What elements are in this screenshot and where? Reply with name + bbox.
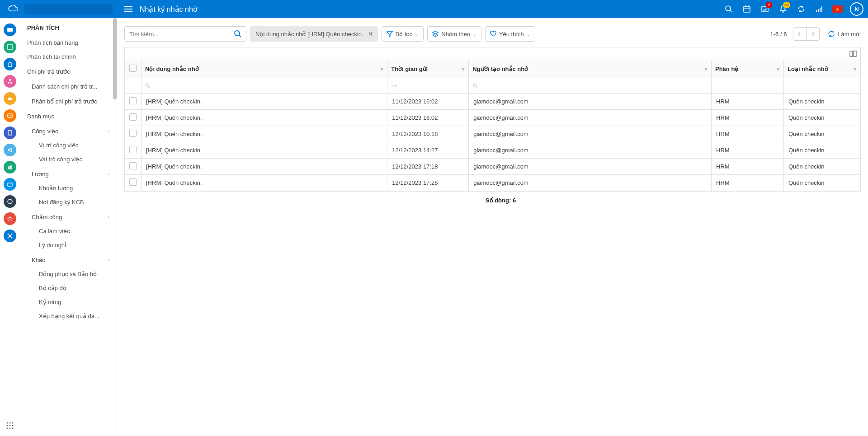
prev-page-button[interactable]	[793, 27, 807, 41]
rail-icon-7[interactable]	[4, 144, 16, 156]
col-header-type[interactable]: Loại nhắc nhở▼	[784, 60, 861, 78]
rail-icon-1[interactable]	[4, 41, 16, 53]
rail-icon-3[interactable]	[4, 75, 16, 88]
filter-cell-type[interactable]	[784, 78, 861, 94]
sidebar-item-6[interactable]: Công việc‹	[20, 123, 117, 138]
select-all-checkbox[interactable]	[129, 65, 137, 72]
remove-filter-button[interactable]: ✕	[367, 29, 374, 38]
sidebar-item-2[interactable]: Chi phí trả trước	[20, 64, 117, 79]
search-button[interactable]	[721, 1, 737, 17]
table-row[interactable]: [HRM] Quên checkin.12/12/2023 10:18giamd…	[125, 126, 861, 142]
table-footer: Số dòng: 6	[124, 192, 861, 210]
svg-point-8	[8, 82, 9, 84]
rail-icon-8[interactable]	[4, 161, 16, 173]
refresh-label: Làm mới	[838, 31, 861, 38]
data-table: Nội dung nhắc nhở▼ Thời gian gửi▼ Người …	[124, 60, 861, 191]
row-checkbox[interactable]	[129, 130, 137, 137]
logo[interactable]	[5, 5, 23, 13]
rail-icon-12[interactable]	[4, 230, 16, 242]
filter-cell-creator[interactable]	[469, 78, 712, 94]
sidebar-item-14[interactable]: Lý do nghỉ	[20, 238, 117, 252]
sidebar-item-15[interactable]: Khác‹	[20, 252, 117, 267]
apps-grid-button[interactable]	[6, 422, 14, 436]
rail-icon-2[interactable]	[4, 58, 16, 70]
table-row[interactable]: [HRM] Quên checkin.11/12/2023 16:02giamd…	[125, 94, 861, 110]
group-label: Nhóm theo	[441, 31, 470, 38]
row-checkbox[interactable]	[129, 178, 137, 186]
row-checkbox[interactable]	[129, 113, 137, 121]
sidebar-item-8[interactable]: Vai trò công việc	[20, 152, 117, 166]
sidebar-item-1[interactable]: Phân tích tài chính	[20, 50, 117, 64]
sidebar-item-3[interactable]: Danh sách chi phí trả tr...	[20, 79, 117, 94]
search-input[interactable]	[125, 31, 230, 38]
menu-toggle-button[interactable]	[122, 3, 135, 15]
row-checkbox[interactable]	[129, 162, 137, 169]
group-dropdown[interactable]: Nhóm theo ⌄	[427, 26, 481, 42]
signal-button[interactable]	[811, 1, 827, 17]
col-header-module[interactable]: Phân hệ▼	[712, 60, 784, 78]
filter-cell-module[interactable]	[712, 78, 784, 94]
cell-module: HRM	[712, 94, 784, 110]
rail-icon-6[interactable]	[4, 127, 16, 139]
sidebar-scrollbar[interactable]	[113, 18, 117, 436]
calendar-icon	[743, 5, 751, 13]
sidebar-item-7[interactable]: Vị trí công việc	[20, 138, 117, 152]
table-row[interactable]: [HRM] Quên checkin.12/12/2023 17:28giamd…	[125, 175, 861, 191]
sidebar-item-18[interactable]: Kỹ năng	[20, 295, 117, 309]
grid-icon	[6, 422, 14, 430]
col-header-time[interactable]: Thời gian gửi▼	[387, 60, 469, 78]
sidebar-item-13[interactable]: Ca làm việc	[20, 224, 117, 238]
refresh-button[interactable]: Làm mới	[828, 30, 861, 38]
sidebar-item-16[interactable]: Đồng phục và Bảo hộ	[20, 267, 117, 281]
calendar-button[interactable]	[739, 1, 755, 17]
sidebar-item-12[interactable]: Chấm công‹	[20, 209, 117, 224]
filter-cell-time[interactable]	[387, 78, 469, 94]
svg-point-34	[235, 31, 240, 36]
sidebar-item-11[interactable]: Nơi đăng ký KCB	[20, 195, 117, 209]
search-button[interactable]	[230, 27, 246, 41]
table-row[interactable]: [HRM] Quên checkin.12/12/2023 17:18giamd…	[125, 159, 861, 175]
rail-icon-0[interactable]	[4, 23, 16, 36]
svg-point-26	[9, 422, 11, 424]
svg-point-19	[9, 217, 11, 220]
filter-cell-content[interactable]	[142, 78, 387, 94]
col-filter-icon[interactable]: ▼	[461, 66, 466, 72]
row-count: Số dòng: 6	[141, 192, 861, 210]
col-header-content[interactable]: Nội dung nhắc nhở▼	[142, 60, 387, 78]
sidebar-item-5[interactable]: Danh mục	[20, 108, 117, 123]
table-row[interactable]: [HRM] Quên checkin.11/12/2023 16:02giamd…	[125, 110, 861, 126]
search-icon	[472, 83, 478, 89]
col-filter-icon[interactable]: ▼	[379, 66, 384, 72]
col-filter-icon[interactable]: ▼	[703, 66, 708, 72]
col-filter-icon[interactable]: ▼	[776, 66, 781, 72]
row-checkbox[interactable]	[129, 97, 137, 104]
sidebar-item-0[interactable]: Phân tích bán hàng	[20, 36, 117, 50]
svg-rect-4	[744, 6, 750, 12]
notifications-button[interactable]: 32	[775, 1, 791, 17]
rail-icon-5[interactable]	[4, 109, 16, 122]
sidebar-item-19[interactable]: Xếp hạng kết quả đá...	[20, 309, 117, 323]
col-header-creator[interactable]: Người tạo nhắc nhở▼	[469, 60, 712, 78]
rail-icon-11[interactable]	[4, 212, 16, 225]
funnel-icon	[387, 31, 393, 37]
sidebar-item-4[interactable]: Phân bổ chi phí trả trước	[20, 94, 117, 108]
favorite-dropdown[interactable]: Yêu thích ⌄	[485, 26, 535, 42]
sidebar-item-17[interactable]: Bộ cấp độ	[20, 281, 117, 295]
rail-icon-9[interactable]	[4, 178, 16, 191]
table-row[interactable]: [HRM] Quên checkin.12/12/2023 14:27giamd…	[125, 142, 861, 159]
language-button[interactable]: ★	[829, 1, 845, 17]
col-filter-icon[interactable]: ▼	[853, 66, 858, 72]
column-settings-button[interactable]	[849, 50, 857, 57]
user-avatar[interactable]: N	[850, 2, 863, 16]
rail-icon-10[interactable]	[4, 195, 16, 208]
pager-text: 1-6 / 6	[770, 31, 787, 38]
next-page-button[interactable]	[806, 27, 820, 41]
filter-dropdown[interactable]: Bộ lọc ⌄	[382, 26, 424, 42]
inbox-button[interactable]: 2	[757, 1, 773, 17]
svg-point-37	[146, 84, 149, 87]
row-checkbox[interactable]	[129, 146, 137, 153]
sync-button[interactable]	[793, 1, 809, 17]
rail-icon-4[interactable]	[4, 92, 16, 105]
sidebar-item-9[interactable]: Lương‹	[20, 166, 117, 181]
sidebar-item-10[interactable]: Khoản lương	[20, 181, 117, 195]
